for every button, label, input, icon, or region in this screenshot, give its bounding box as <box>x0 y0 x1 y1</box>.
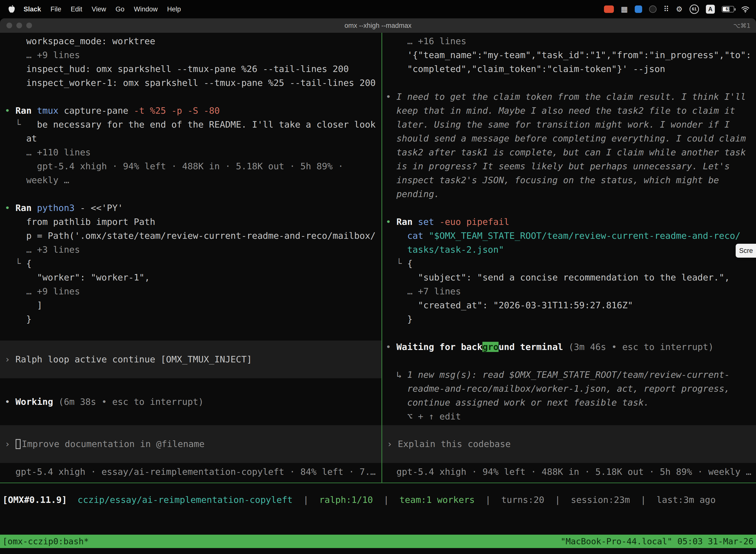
separator: | <box>383 495 389 505</box>
menu-bar-left: Slack File Edit View Go Window Help <box>6 5 186 14</box>
terminal-line: … +7 lines <box>386 284 740 298</box>
battery-percent: 61 <box>722 6 734 12</box>
menu-help[interactable]: Help <box>163 5 186 13</box>
ralph-counter: ralph:1/10 <box>319 495 373 505</box>
terminal-line: weekly … <box>5 173 376 187</box>
composer-left-line: › Improve documentation in @filename <box>0 437 205 451</box>
terminal-line: workspace_mode: worktree <box>5 34 376 48</box>
terminal-line: '{"team_name":"my-team","task_id":"1","f… <box>386 48 751 62</box>
terminal-line: "subject": "send a concise recommendatio… <box>386 271 740 284</box>
terminal-line: pending. <box>386 187 746 201</box>
terminal-line: } <box>386 312 740 326</box>
terminal-line: inspect_hud: omx sparkshell --tmux-pane … <box>5 62 376 76</box>
prompt-chevron: › <box>387 437 392 451</box>
terminal-line: • I need to get the claim token from the… <box>386 90 746 104</box>
turns-counter: turns:20 <box>501 495 544 505</box>
window-shortcut-hint: ⌥⌘1 <box>733 22 751 29</box>
left-terminal-pane[interactable]: workspace_mode: worktree … +9 lines insp… <box>0 33 381 483</box>
terminal-line: gpt-5.4 xhigh · 94% left · 488K in · 5.1… <box>386 465 751 479</box>
menu-edit[interactable]: Edit <box>66 5 87 13</box>
prompt-chevron: › <box>5 437 10 451</box>
terminal-line: readme-and-reco/mailbox/worker-1.json, a… <box>386 382 730 396</box>
dots-grid-icon[interactable]: ⠿ <box>664 5 669 13</box>
terminal-line: ↳ 1 new msg(s): read $OMX_TEAM_STATE_ROO… <box>386 368 730 382</box>
tmux-host-time: "MacBook-Pro-44.local" 05:03 31-Mar-26 <box>561 535 754 548</box>
apple-menu[interactable] <box>6 5 19 14</box>
left-intro-block: workspace_mode: worktree … +9 lines insp… <box>5 34 376 90</box>
ran-tmux-block: • Ran tmux capture-pane -t %25 -p -S -80… <box>5 104 376 187</box>
input-source-icon[interactable]: A <box>706 5 715 14</box>
terminal-line: "worker": "worker-1", <box>5 271 376 284</box>
separator: | <box>485 495 491 505</box>
terminal-line: from pathlib import Path <box>5 215 376 229</box>
workspace-path: cczip/essay/ai-reimplementation-copyleft <box>78 495 293 505</box>
terminal-line: └ { <box>5 257 376 271</box>
ralph-inject-line: › Ralph loop active continue [OMX_TMUX_I… <box>0 352 252 366</box>
terminal-line: • Ran tmux capture-pane -t %25 -p -S -80 <box>5 104 376 118</box>
text-cursor <box>16 439 20 449</box>
terminal-line: • Waiting for background terminal (3m 46… <box>386 340 713 354</box>
minimize-button[interactable] <box>16 22 22 28</box>
omx-version: [OMX#0.11.9] <box>2 495 67 505</box>
terminal-line: should send a message before completing … <box>386 131 746 146</box>
composer-placeholder-right: Explain this codebase <box>398 437 511 451</box>
separator: | <box>555 495 560 505</box>
screen-recording-icon[interactable] <box>604 5 614 13</box>
left-model-meta: gpt-5.4 xhigh · essay/ai-reimplementatio… <box>5 465 376 479</box>
close-button[interactable] <box>6 22 12 28</box>
grid-icon[interactable]: ▦ <box>621 5 628 13</box>
traffic-lights <box>6 22 32 28</box>
menu-file[interactable]: File <box>46 5 66 13</box>
pane-divider-horizontal <box>0 483 756 483</box>
terminal[interactable]: workspace_mode: worktree … +9 lines insp… <box>0 33 756 554</box>
zoom-button[interactable] <box>26 22 32 28</box>
last-activity: last:3m ago <box>656 495 715 505</box>
separator: | <box>641 495 646 505</box>
team-workers: team:1 workers <box>399 495 475 505</box>
working-status-block: • Working (6m 38s • esc to interrupt) <box>5 395 204 409</box>
waiting-status-block: • Waiting for background terminal (3m 46… <box>386 340 713 354</box>
battery-icon[interactable]: 61 <box>722 6 734 12</box>
terminal-line: ⌥ + ↑ edit <box>386 409 730 424</box>
terminal-line: task2 after task1 is complete, but can I… <box>386 146 746 159</box>
composer-left[interactable]: › Improve documentation in @filename <box>0 425 381 463</box>
terminal-line: later. Using the same for transition mig… <box>386 118 746 131</box>
composer-right-line: › Explain this codebase <box>382 437 511 451</box>
json-tail-block: … +16 lines '{"team_name":"my-team","tas… <box>386 34 751 76</box>
terminal-line: … +110 lines <box>5 146 376 159</box>
terminal-line: "created_at": "2026-03-31T11:59:27.816Z" <box>386 298 740 312</box>
terminal-line: › Ralph loop active continue [OMX_TMUX_I… <box>5 352 252 366</box>
terminal-line: … +16 lines <box>386 34 751 48</box>
terminal-line: is in progress? It seems likely but perh… <box>386 159 746 173</box>
terminal-line: } <box>5 312 376 326</box>
menu-view[interactable]: View <box>87 5 111 13</box>
battery-percent-badge[interactable]: 61 <box>690 4 699 14</box>
terminal-line: … +9 lines <box>5 284 376 298</box>
menu-go[interactable]: Go <box>111 5 129 13</box>
menu-window[interactable]: Window <box>129 5 163 13</box>
terminal-line: └ be necessary for the end of the README… <box>5 118 376 131</box>
terminal-line: gpt-5.4 xhigh · essay/ai-reimplementatio… <box>5 465 376 479</box>
terminal-line: tasks/task-2.json" <box>386 243 740 257</box>
blue-app-icon[interactable] <box>635 5 642 13</box>
screenshot-tooltip: Scre <box>736 244 756 258</box>
thinking-block: • I need to get the claim token from the… <box>386 90 746 201</box>
terminal-line: gpt-5.4 xhigh · 94% left · 488K in · 5.1… <box>5 159 376 173</box>
omx-status-bar: [OMX#0.11.9] cczip/essay/ai-reimplementa… <box>2 493 756 507</box>
menu-bar-status-icons: ▦ ⠿ ⚙ 61 A 61 <box>604 4 750 14</box>
tmux-status-bar: [omx-cczip0:bash* "MacBook-Pro-44.local"… <box>0 535 756 548</box>
separator: | <box>303 495 309 505</box>
window-title: omx --xhigh --madmax <box>344 22 412 30</box>
gear-icon[interactable]: ⚙ <box>676 5 683 13</box>
terminal-line: └ { <box>386 257 740 271</box>
composer-right[interactable]: › Explain this codebase <box>382 425 756 463</box>
app-menu-slack[interactable]: Slack <box>19 5 46 13</box>
dark-app-icon[interactable] <box>649 5 656 13</box>
terminal-line: at <box>5 131 376 146</box>
right-terminal-pane[interactable]: … +16 lines '{"team_name":"my-team","tas… <box>382 33 756 483</box>
terminal-line: inspect task2's JSON, focusing on the st… <box>386 173 746 187</box>
terminal-line: • Working (6m 38s • esc to interrupt) <box>5 395 204 409</box>
window-titlebar[interactable]: omx --xhigh --madmax ⌥⌘1 <box>0 18 756 33</box>
terminal-line: • Ran set -euo pipefail <box>386 215 740 229</box>
wifi-icon[interactable] <box>741 6 750 13</box>
